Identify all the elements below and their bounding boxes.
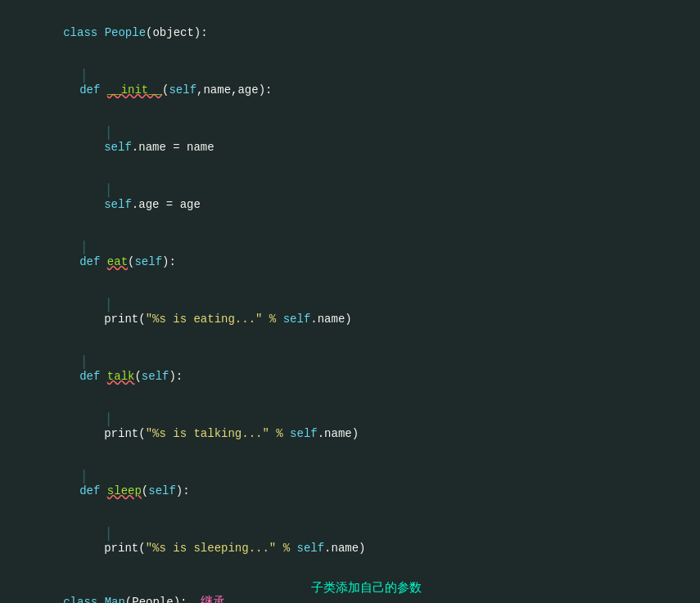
code-editor: class People(object): | def __init__(sel…	[0, 0, 700, 603]
code-line: | print("%s is talking..." % self.name)	[0, 397, 700, 454]
code-line: | def eat(self):	[0, 225, 700, 282]
code-line: | def sleep(self):	[0, 454, 700, 511]
code-line: | def talk(self):	[0, 340, 700, 397]
code-line: | print("%s is sleeping..." % self.name)	[0, 511, 700, 569]
code-line: class Man(People): 继承 子类添加自己的参数	[0, 580, 700, 603]
code-line: | self.name = name	[0, 110, 700, 168]
annotation-subclass-params: 子类添加自己的参数	[311, 580, 422, 596]
code-line: | def __init__(self,name,age):	[0, 53, 700, 110]
code-line: | print("%s is eating..." % self.name)	[0, 282, 700, 340]
code-line: class People(object):	[0, 12, 700, 53]
annotation-inherit: 继承	[201, 596, 225, 603]
code-line: | self.age = age	[0, 168, 700, 225]
section-gap	[0, 569, 700, 580]
